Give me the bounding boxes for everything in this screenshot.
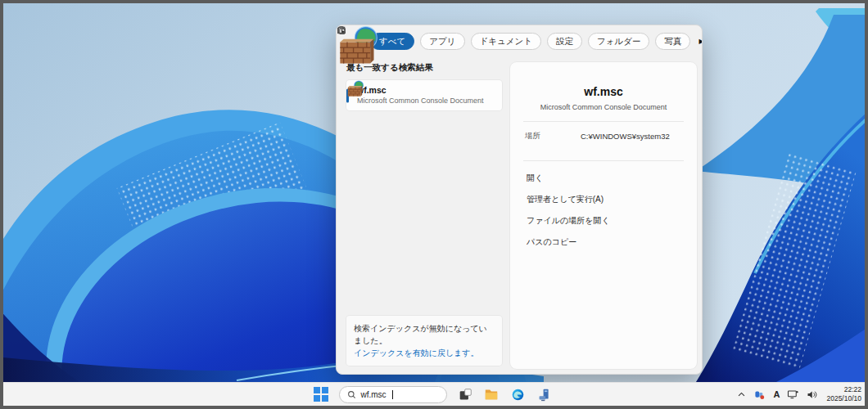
volume-icon[interactable]: [807, 389, 819, 400]
preview-subtitle: Microsoft Common Console Document: [510, 103, 697, 111]
desktop-wallpaper: ← すべて アプリ ドキュメント 設定 フォルダー 写真 ▶ ··· 最も一致す…: [3, 3, 865, 382]
tab-folders[interactable]: フォルダー: [588, 33, 649, 50]
result-title: wf.msc: [357, 85, 484, 97]
result-subtitle: Microsoft Common Console Document: [357, 97, 484, 106]
clock-time: 22:22: [826, 385, 861, 394]
text-caret: [392, 390, 393, 399]
clock-date: 2025/10/10: [826, 394, 861, 403]
results-column: 最も一致する検索結果 wf.msc Microsoft Common Conso…: [337, 56, 510, 374]
action-label: パスのコピー: [527, 236, 576, 248]
search-icon: [347, 390, 356, 399]
action-run-as-admin[interactable]: 管理者として実行(A): [525, 191, 682, 209]
tab-documents[interactable]: ドキュメント: [471, 33, 541, 50]
task-view-button[interactable]: [458, 387, 473, 402]
preview-column: wf.msc Microsoft Common Console Document…: [510, 56, 702, 374]
enable-index-link[interactable]: インデックスを有効に戻します。: [354, 347, 495, 359]
copy-icon: [337, 25, 346, 35]
firewall-icon: [346, 80, 364, 98]
file-explorer-icon: [484, 387, 499, 402]
ime-indicator[interactable]: A: [774, 389, 780, 399]
search-tabbar: ← すべて アプリ ドキュメント 設定 フォルダー 写真 ▶ ···: [337, 25, 702, 56]
best-match-result[interactable]: wf.msc Microsoft Common Console Document: [346, 80, 502, 110]
search-flyout: ← すべて アプリ ドキュメント 設定 フォルダー 写真 ▶ ··· 最も一致す…: [336, 25, 703, 375]
edge-browser-button[interactable]: [510, 387, 526, 402]
preview-title: wf.msc: [510, 85, 697, 98]
network-icon[interactable]: [787, 389, 799, 400]
index-notice-message: 検索インデックスが無効になっていました。: [354, 322, 495, 347]
start-button[interactable]: [314, 387, 328, 402]
computer-icon: [537, 388, 551, 402]
action-list: 開く 管理者として実行(A): [510, 161, 697, 259]
location-value: C:¥WINDOWS¥system32: [581, 132, 670, 141]
edge-icon: [511, 388, 525, 402]
clock[interactable]: 22:22 2025/10/10: [826, 385, 861, 402]
action-copy-path[interactable]: パスのコピー: [525, 233, 682, 251]
search-query-text: wf.msc: [361, 390, 387, 399]
location-row: 場所 C:¥WINDOWS¥system32: [510, 122, 697, 151]
pc-app-button[interactable]: [536, 387, 552, 402]
task-view-icon: [459, 388, 472, 402]
notification-app-icon[interactable]: [753, 389, 766, 400]
taskbar-search-input[interactable]: wf.msc: [339, 386, 447, 403]
file-explorer-button[interactable]: [484, 387, 500, 402]
action-open[interactable]: 開く: [525, 169, 682, 187]
action-label: 管理者として実行(A): [527, 194, 604, 205]
taskbar: wf.msc: [3, 382, 865, 406]
action-label: 開く: [527, 173, 543, 184]
action-label: ファイルの場所を開く: [527, 215, 610, 227]
tray-chevron-up-icon[interactable]: [737, 390, 746, 399]
tabs-scroll-right-icon[interactable]: ▶: [698, 38, 703, 45]
tab-apps[interactable]: アプリ: [420, 33, 464, 50]
search-index-notice: 検索インデックスが無効になっていました。 インデックスを有効に戻します。: [346, 316, 502, 366]
location-label: 場所: [525, 131, 581, 142]
preview-card: wf.msc Microsoft Common Console Document…: [510, 62, 697, 369]
system-tray: A 22:22 2025/10/10: [737, 383, 862, 406]
tab-photos[interactable]: 写真: [655, 33, 690, 50]
screenshot-frame: ← すべて アプリ ドキュメント 設定 フォルダー 写真 ▶ ··· 最も一致す…: [0, 0, 868, 409]
tab-settings[interactable]: 設定: [547, 33, 582, 50]
action-open-file-location[interactable]: ファイルの場所を開く: [525, 212, 682, 230]
